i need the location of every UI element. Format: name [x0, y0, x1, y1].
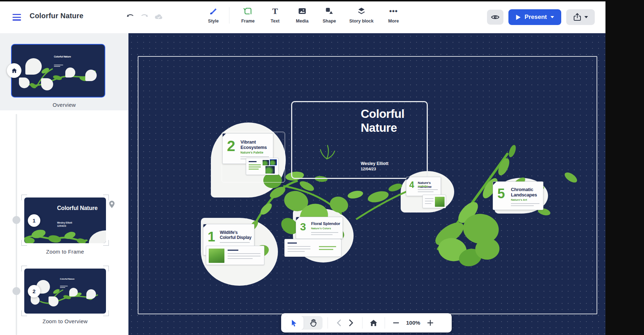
slide2-thumb-title: Colorful Nature — [60, 278, 79, 280]
toolbar-divider — [229, 7, 229, 24]
undo-icon[interactable] — [126, 12, 135, 21]
body-text-line — [418, 189, 438, 190]
topic2-mini-card[interactable] — [246, 158, 279, 175]
body-text-line — [228, 253, 260, 254]
tool-shape[interactable]: Shape — [316, 6, 343, 24]
overview-label[interactable]: Overview — [0, 102, 128, 108]
topic-number: 5 — [497, 187, 504, 200]
topic-number: 4 — [409, 180, 414, 189]
preview-button[interactable] — [487, 10, 503, 25]
timeline-line — [16, 114, 17, 335]
ellipsis-icon: ••• — [389, 6, 398, 16]
document-title: Colorfur Nature — [30, 12, 83, 20]
topic4-mini-card[interactable] — [422, 195, 446, 208]
previous-step-button[interactable] — [333, 316, 345, 330]
topic-number: 3 — [300, 221, 305, 232]
top-toolbar: Colorfur Nature Style — [0, 1, 605, 34]
presentation-author-block[interactable]: Wesley Elliott 12/04/23 — [361, 161, 389, 171]
mini-green-line — [249, 169, 259, 170]
slide-number-badge[interactable]: 2 — [28, 285, 40, 298]
topic3-mini-card[interactable] — [284, 239, 341, 257]
topic5-card[interactable]: 5 Chromatic Landscapes Nature's Art — [493, 181, 543, 210]
topic-title: Nature's Rainbow — [418, 181, 441, 189]
presentation-date: 12/04/23 — [361, 167, 389, 171]
topic-subtitle-line — [418, 186, 428, 187]
tool-label: More — [388, 19, 399, 24]
shape-icon — [325, 6, 334, 16]
hamburger-menu-icon[interactable] — [12, 14, 21, 21]
topic3-card[interactable]: 3 Floral Splendor Nature's Colors — [296, 217, 343, 239]
paintbrush-icon — [209, 6, 218, 16]
overview-thumb-title: Colorful Nature — [54, 55, 76, 58]
topic-subtitle: Nature's Colors — [311, 227, 331, 230]
canvas-bottom-toolbar: 100% — [281, 313, 452, 332]
topic1-mini-card[interactable] — [206, 246, 264, 265]
topic-subtitle: Nature's Palette — [240, 151, 263, 154]
share-button[interactable] — [566, 9, 595, 25]
home-icon — [11, 68, 17, 74]
photo-thumbnail[interactable] — [265, 166, 275, 174]
location-pin-icon — [109, 200, 115, 209]
sidebar: Colorful Nature Overview — [0, 33, 128, 335]
body-text-line — [220, 242, 250, 243]
cloud-saved-icon — [154, 12, 163, 21]
tool-label: Text — [271, 19, 280, 24]
body-text-line — [288, 249, 310, 249]
photo-thumbnail[interactable] — [209, 249, 224, 263]
tool-text[interactable]: T Text — [262, 6, 289, 24]
slide1-title: Colorful Nature — [57, 205, 102, 211]
topbar-right-controls: Present — [487, 9, 595, 25]
topic-title: Floral Splendor — [311, 221, 342, 226]
photo-thumbnail[interactable] — [263, 160, 269, 165]
topic-title: Vibrant Ecosystems — [240, 139, 272, 150]
story-block-icon — [357, 6, 366, 16]
frame-icon — [243, 6, 253, 16]
tool-label: Media — [296, 19, 308, 24]
pan-tool-button[interactable] — [304, 316, 323, 330]
body-text-line — [228, 256, 260, 256]
tool-story-block[interactable]: Story block — [343, 6, 380, 24]
overview-thumbnail[interactable]: Colorful Nature — [11, 44, 105, 98]
presentation-canvas[interactable]: Colorful Nature Wesley Elliott 12/04/23 … — [128, 33, 605, 335]
tool-media[interactable]: Media — [289, 6, 316, 24]
mini-green-line — [319, 249, 333, 250]
photo-thumbnail-selected[interactable] — [270, 159, 277, 165]
tool-style[interactable]: Style — [200, 6, 227, 24]
corner-fold — [203, 224, 207, 228]
photo-thumbnail[interactable] — [435, 197, 445, 207]
topic-title: Wildlife's Colorful Display — [220, 230, 254, 240]
mini-green-line — [319, 246, 336, 247]
timeline-dot[interactable] — [12, 287, 20, 295]
top-black-strip — [0, 0, 644, 1]
timeline-dot[interactable] — [12, 216, 20, 224]
mini-heading-line — [288, 242, 297, 244]
author-name: Wesley Elliott — [361, 161, 389, 166]
text-icon: T — [272, 6, 278, 16]
redo-icon[interactable] — [140, 12, 149, 21]
corner-fold — [493, 182, 496, 185]
screenshot-root: Colorfur Nature Style — [0, 0, 644, 335]
slide-transition-label[interactable]: Zoom to Frame — [24, 249, 106, 255]
select-tool-button[interactable] — [285, 316, 304, 330]
body-text-line — [311, 234, 333, 235]
topic4-card[interactable]: 4 Nature's Rainbow — [406, 177, 441, 196]
zoom-in-button[interactable] — [424, 316, 436, 330]
tool-frame[interactable]: Frame — [234, 6, 262, 24]
presentation-title[interactable]: Colorful Nature — [361, 107, 415, 135]
tool-more[interactable]: ••• More — [380, 6, 407, 24]
body-text-line — [288, 251, 305, 252]
home-badge[interactable] — [7, 63, 21, 78]
topic-number: 2 — [227, 139, 234, 154]
slide-transition-label[interactable]: Zoom to Overview — [24, 318, 106, 324]
body-text-line — [240, 156, 269, 157]
topic-number: 1 — [208, 230, 214, 244]
home-view-button[interactable] — [367, 316, 380, 330]
zoom-level[interactable]: 100% — [402, 320, 424, 326]
slide-number-badge[interactable]: 1 — [28, 214, 40, 227]
present-button[interactable]: Present — [508, 9, 561, 25]
zoom-out-button[interactable] — [390, 316, 402, 330]
hand-icon — [310, 319, 317, 327]
corner-fold — [296, 217, 299, 220]
mini-green-line — [249, 164, 261, 165]
next-step-button[interactable] — [345, 316, 357, 330]
